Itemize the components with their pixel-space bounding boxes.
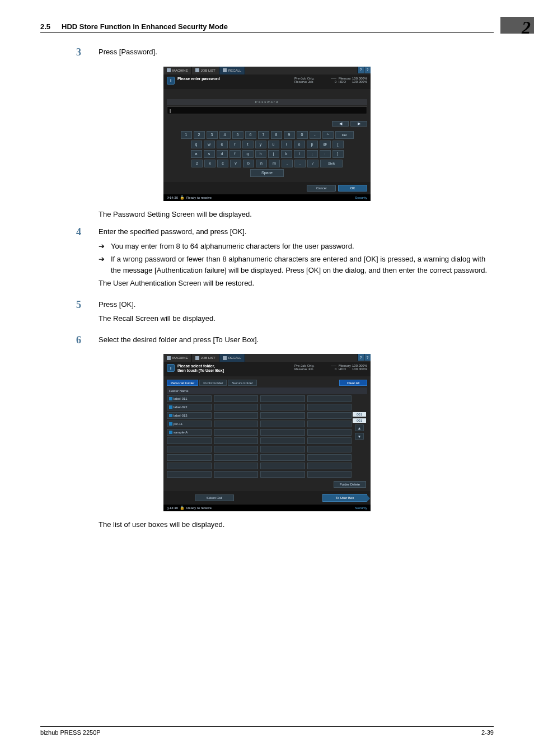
- folder-slot[interactable]: [307, 437, 352, 444]
- folder-slot[interactable]: [260, 471, 305, 478]
- security-link[interactable]: Security: [355, 196, 367, 199]
- tab-machine[interactable]: MACHINE: [163, 354, 192, 362]
- key-shift[interactable]: Shift: [320, 160, 343, 167]
- key[interactable]: p: [307, 141, 318, 148]
- key[interactable]: 5: [232, 131, 243, 139]
- key[interactable]: /: [307, 160, 318, 167]
- key[interactable]: ,: [282, 160, 293, 167]
- key[interactable]: .: [294, 160, 306, 167]
- key[interactable]: a: [191, 150, 202, 158]
- cursor-left-button[interactable]: ◀: [332, 121, 349, 127]
- security-link[interactable]: Security: [355, 506, 367, 510]
- key[interactable]: 0: [297, 131, 308, 139]
- folder-slot[interactable]: [307, 429, 352, 436]
- key[interactable]: n: [256, 160, 267, 167]
- folder-item[interactable]: label-011: [167, 395, 212, 402]
- key[interactable]: @: [320, 141, 331, 148]
- folder-slot[interactable]: [214, 421, 259, 427]
- key[interactable]: 4: [219, 131, 231, 139]
- folder-slot[interactable]: [167, 437, 212, 444]
- folder-item[interactable]: label-022: [167, 404, 212, 410]
- folder-slot[interactable]: [307, 463, 352, 469]
- folder-slot[interactable]: [214, 463, 259, 469]
- tab-joblist[interactable]: JOB LIST: [192, 354, 219, 362]
- key[interactable]: 1: [181, 131, 192, 139]
- key[interactable]: m: [269, 160, 280, 167]
- key[interactable]: f: [229, 150, 241, 158]
- folder-slot[interactable]: [307, 446, 352, 452]
- key[interactable]: y: [255, 141, 266, 148]
- key[interactable]: ^: [322, 131, 334, 139]
- tab-machine[interactable]: MACHINE: [163, 67, 192, 74]
- key[interactable]: 6: [245, 131, 256, 139]
- tab-recall[interactable]: RECALL: [219, 354, 245, 362]
- folder-slot[interactable]: [260, 395, 305, 402]
- cursor-right-button[interactable]: ▶: [350, 121, 367, 127]
- folder-slot[interactable]: [214, 446, 259, 452]
- folder-slot[interactable]: [260, 437, 305, 444]
- key[interactable]: j: [268, 150, 279, 158]
- key[interactable]: h: [255, 150, 266, 158]
- help-icon[interactable]: ?: [357, 67, 364, 73]
- folder-slot[interactable]: [214, 412, 259, 419]
- key[interactable]: 9: [284, 131, 295, 139]
- folder-slot[interactable]: [307, 404, 352, 410]
- folder-slot[interactable]: [214, 404, 259, 410]
- settings-icon[interactable]: ?: [364, 67, 371, 73]
- key[interactable]: l: [294, 150, 305, 158]
- select-call-button[interactable]: Select Call: [195, 494, 234, 501]
- folder-item[interactable]: pic-11: [167, 421, 212, 427]
- folder-slot[interactable]: [167, 454, 212, 461]
- folder-slot[interactable]: [307, 412, 352, 419]
- folder-slot[interactable]: [260, 454, 305, 461]
- folder-slot[interactable]: [167, 446, 212, 452]
- page-up-button[interactable]: ▲: [355, 424, 364, 431]
- folder-slot[interactable]: [260, 446, 305, 452]
- key[interactable]: 8: [271, 131, 282, 139]
- key[interactable]: o: [294, 141, 305, 148]
- folder-slot[interactable]: [260, 412, 305, 419]
- folder-slot[interactable]: [214, 395, 259, 402]
- settings-icon[interactable]: ?: [364, 354, 371, 361]
- key[interactable]: c: [217, 160, 228, 167]
- key[interactable]: w: [204, 141, 215, 148]
- key[interactable]: -: [310, 131, 321, 139]
- key-del[interactable]: Del: [335, 131, 354, 139]
- key[interactable]: e: [217, 141, 228, 148]
- folder-item[interactable]: label-013: [167, 412, 212, 419]
- folder-slot[interactable]: [260, 463, 305, 469]
- folder-slot[interactable]: [214, 429, 259, 436]
- clear-all-button[interactable]: Clear All: [339, 380, 367, 386]
- key[interactable]: 2: [194, 131, 205, 139]
- key[interactable]: t: [242, 141, 254, 148]
- key[interactable]: b: [243, 160, 254, 167]
- key[interactable]: k: [281, 150, 292, 158]
- key[interactable]: ]: [332, 150, 344, 158]
- key[interactable]: ;: [307, 150, 318, 158]
- key[interactable]: d: [217, 150, 228, 158]
- key[interactable]: :: [320, 150, 331, 158]
- folder-slot[interactable]: [214, 471, 259, 478]
- key[interactable]: 7: [258, 131, 269, 139]
- folder-item[interactable]: sample-A: [167, 429, 212, 436]
- ok-button[interactable]: OK: [338, 185, 367, 192]
- folder-slot[interactable]: [260, 429, 305, 436]
- folder-slot[interactable]: [260, 421, 305, 427]
- page-down-button[interactable]: ▼: [355, 433, 364, 440]
- tab-secure-folder[interactable]: Secure Folder: [228, 380, 257, 386]
- folder-slot[interactable]: [307, 421, 352, 427]
- key-space[interactable]: Space: [250, 169, 284, 177]
- key[interactable]: r: [229, 141, 241, 148]
- password-field[interactable]: |: [167, 106, 367, 114]
- folder-slot[interactable]: [167, 463, 212, 469]
- folder-slot[interactable]: [307, 395, 352, 402]
- tab-personal-folder[interactable]: Personal Folder: [167, 380, 198, 386]
- folder-slot[interactable]: [214, 454, 259, 461]
- to-user-box-button[interactable]: To User Box: [322, 494, 367, 502]
- key[interactable]: g: [242, 150, 254, 158]
- folder-delete-button[interactable]: Folder Delete: [334, 481, 366, 488]
- key[interactable]: s: [204, 150, 215, 158]
- tab-joblist[interactable]: JOB LIST: [192, 67, 219, 74]
- key[interactable]: v: [230, 160, 241, 167]
- folder-slot[interactable]: [307, 454, 352, 461]
